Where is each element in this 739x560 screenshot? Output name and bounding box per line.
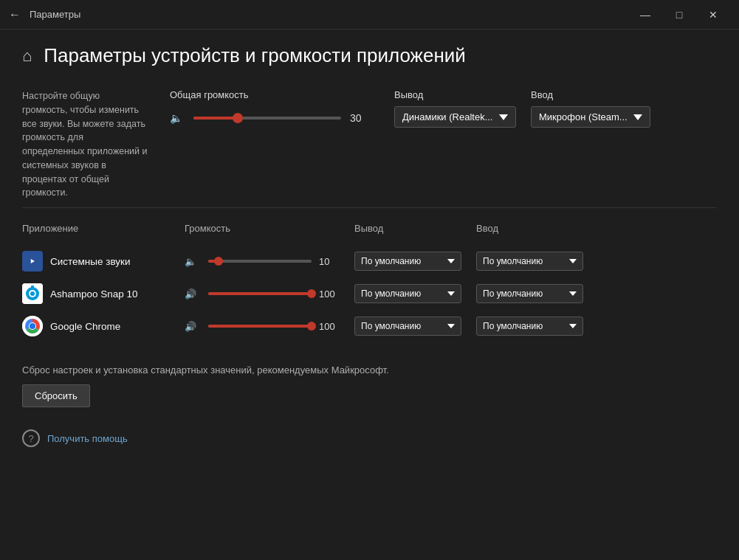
output-label: Вывод <box>394 89 516 100</box>
ashampoo-icon <box>22 283 43 304</box>
chrome-icon <box>22 316 43 336</box>
back-button[interactable]: ← <box>9 8 21 21</box>
app-name-ashampoo: Ashampoo Snap 10 <box>50 288 138 300</box>
app-volume-value-chrome: 100 <box>319 321 340 332</box>
app-output-dropdown-chrome[interactable]: По умолчанию <box>354 317 461 336</box>
app-output-cell-chrome: По умолчанию <box>354 317 476 336</box>
section-divider <box>22 207 717 208</box>
volume-slider-area: Общая громкость 🔈 30 <box>170 89 372 200</box>
app-input-cell-chrome: По умолчанию <box>476 317 598 336</box>
app-input-cell-ashampoo: По умолчанию <box>476 284 598 303</box>
system-sounds-icon <box>22 251 43 272</box>
home-icon: ⌂ <box>22 46 32 66</box>
help-link[interactable]: Получить помощь <box>47 433 128 444</box>
col-input-header: Ввод <box>476 223 598 234</box>
app-slider-system: 🔈 10 <box>185 256 354 267</box>
page-title: Параметры устройств и громкости приложен… <box>44 44 466 67</box>
master-slider-row: 🔈 30 <box>170 112 372 124</box>
volume-description: Настройте общую громкость, чтобы изменит… <box>22 89 148 200</box>
app-volume-value-ashampoo: 100 <box>319 288 340 300</box>
app-volume-slider-ashampoo[interactable] <box>208 292 312 295</box>
input-col: Ввод Микрофон (Steam... <box>531 89 650 200</box>
app-name-cell-ashampoo: Ashampoo Snap 10 <box>22 283 185 304</box>
col-output-header: Вывод <box>354 223 476 234</box>
minimize-button[interactable]: — <box>628 0 662 30</box>
app-speaker-icon-chrome: 🔊 <box>185 321 201 332</box>
table-row: Google Chrome 🔊 100 По умолчанию По умол… <box>22 310 717 342</box>
app-name-system: Системные звуки <box>50 256 131 267</box>
app-volume-slider-system[interactable] <box>208 260 312 263</box>
reset-section: Сброс настроек и установка стандартных з… <box>22 364 717 407</box>
help-icon: ? <box>22 429 40 447</box>
app-output-dropdown-system[interactable]: По умолчанию <box>354 252 461 271</box>
app-slider-chrome: 🔊 100 <box>185 321 354 332</box>
reset-button[interactable]: Сбросить <box>22 384 90 407</box>
input-dropdown[interactable]: Микрофон (Steam... <box>531 106 650 128</box>
col-app-header: Приложение <box>22 223 185 234</box>
app-speaker-icon-system: 🔈 <box>185 256 201 267</box>
app-volume-slider-chrome[interactable] <box>208 325 312 328</box>
svg-rect-5 <box>31 286 34 288</box>
app-volume-value-system: 10 <box>319 256 340 267</box>
master-volume-label: Общая громкость <box>170 89 372 100</box>
svg-point-8 <box>30 323 35 329</box>
master-volume-slider[interactable] <box>193 117 341 120</box>
app-input-dropdown-chrome[interactable]: По умолчанию <box>476 317 583 336</box>
title-bar-controls: — □ ✕ <box>628 0 730 30</box>
title-bar-title: Параметры <box>30 9 80 20</box>
app-output-cell-system: По умолчанию <box>354 252 476 271</box>
app-slider-ashampoo: 🔊 100 <box>185 288 354 300</box>
app-input-cell-system: По умолчанию <box>476 252 598 271</box>
app-output-dropdown-ashampoo[interactable]: По умолчанию <box>354 284 461 303</box>
speaker-icon: 🔈 <box>170 112 185 124</box>
app-volume-section: Приложение Громкость Вывод Ввод Системны… <box>22 223 717 342</box>
page-header: ⌂ Параметры устройств и громкости прилож… <box>22 44 717 67</box>
output-col: Вывод Динамики (Realtek... <box>394 89 516 200</box>
app-name-chrome: Google Chrome <box>50 321 120 332</box>
app-volume-header: Приложение Громкость Вывод Ввод <box>22 223 717 238</box>
col-volume-header: Громкость <box>185 223 354 234</box>
svg-point-4 <box>30 291 35 296</box>
output-dropdown[interactable]: Динамики (Realtek... <box>394 106 516 128</box>
app-name-cell-system: Системные звуки <box>22 251 185 272</box>
app-output-cell-ashampoo: По умолчанию <box>354 284 476 303</box>
app-input-dropdown-system[interactable]: По умолчанию <box>476 252 583 271</box>
master-dropdowns: Вывод Динамики (Realtek... Ввод Микрофон… <box>394 89 650 200</box>
table-row: Ashampoo Snap 10 🔊 100 По умолчанию По у… <box>22 277 717 310</box>
maximize-button[interactable]: □ <box>662 0 696 30</box>
reset-description: Сброс настроек и установка стандартных з… <box>22 364 717 376</box>
input-label: Ввод <box>531 89 650 100</box>
master-volume-value: 30 <box>350 112 372 124</box>
help-section: ? Получить помощь <box>22 429 717 447</box>
master-volume-section: Настройте общую громкость, чтобы изменит… <box>22 89 717 200</box>
title-bar: ← Параметры — □ ✕ <box>0 0 739 30</box>
close-button[interactable]: ✕ <box>696 0 730 30</box>
title-bar-left: ← Параметры <box>9 8 80 21</box>
app-input-dropdown-ashampoo[interactable]: По умолчанию <box>476 284 583 303</box>
app-speaker-icon-ashampoo: 🔊 <box>185 288 201 300</box>
table-row: Системные звуки 🔈 10 По умолчанию По умо… <box>22 245 717 277</box>
app-name-cell-chrome: Google Chrome <box>22 316 185 336</box>
main-content: ⌂ Параметры устройств и громкости прилож… <box>0 30 739 560</box>
